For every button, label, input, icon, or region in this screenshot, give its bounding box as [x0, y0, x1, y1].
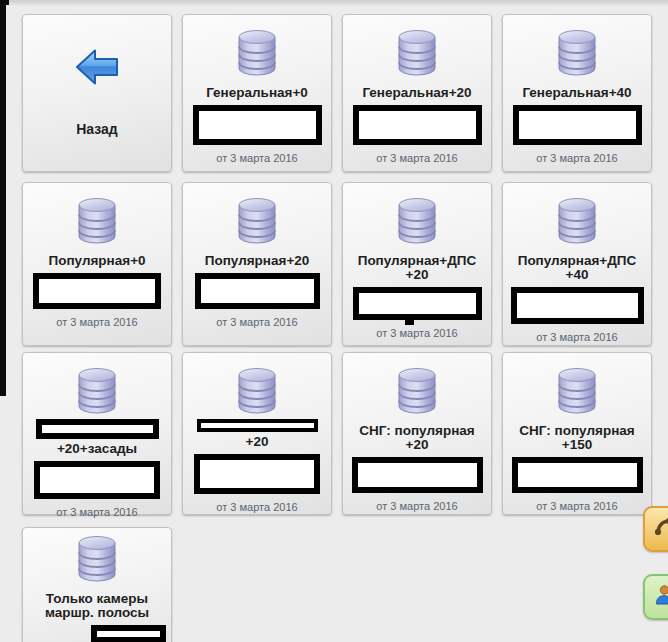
tile-title: +20+засады — [57, 442, 137, 456]
tile-title: Популярная+20 — [205, 254, 310, 268]
redacted-label — [197, 419, 318, 432]
database-icon — [557, 367, 597, 414]
phone-callback-button[interactable] — [643, 506, 668, 552]
database-tile[interactable]: Генеральная+40 от 3 марта 2016 — [502, 14, 652, 172]
tile-date: от 3 марта 2016 — [216, 152, 297, 164]
tile-date: от 3 марта 2016 — [376, 152, 457, 164]
tile-date: от 3 марта 2016 — [56, 316, 137, 328]
person-icon — [652, 583, 668, 611]
tile-row: Популярная+0 от 3 марта 2016 — [22, 182, 658, 346]
redaction-corner — [0, 0, 9, 5]
app-window: Назад — [0, 0, 668, 642]
redacted-detail — [511, 287, 644, 324]
database-icon — [397, 367, 437, 414]
redacted-detail — [353, 287, 482, 320]
tile-title: Генеральная+20 — [362, 86, 471, 100]
database-tile[interactable]: Генеральная+0 от 3 марта 2016 — [182, 14, 332, 172]
redacted-detail — [91, 625, 166, 642]
tile-title: +20 — [246, 435, 269, 449]
database-icon — [77, 535, 117, 582]
tile-date: от 3 марта 2016 — [536, 331, 617, 343]
database-icon — [237, 29, 277, 76]
back-tile[interactable]: Назад — [22, 14, 172, 172]
redacted-label — [36, 419, 159, 439]
redacted-detail — [194, 454, 320, 494]
redacted-detail — [512, 457, 643, 493]
tile-row: Назад — [22, 14, 658, 172]
tile-title: Генеральная+40 — [522, 86, 631, 100]
chat-contact-button[interactable] — [643, 574, 668, 620]
redaction-strip-left — [0, 0, 6, 396]
redacted-detail — [34, 461, 160, 499]
database-tile[interactable]: Только камерымаршр. полосы — [22, 527, 172, 642]
database-tile[interactable]: Популярная+ДПС+40 от 3 марта 2016 — [502, 182, 652, 346]
database-tile[interactable]: Генеральная+20 от 3 марта 2016 — [342, 14, 492, 172]
database-icon — [557, 29, 597, 76]
database-icon — [397, 29, 437, 76]
database-tile[interactable]: Популярная+0 от 3 марта 2016 — [22, 182, 172, 346]
tile-grid: Назад — [22, 14, 658, 642]
tile-row: +20+засады от 3 марта 2016 — [22, 352, 658, 515]
tile-title: СНГ: популярная+150 — [519, 424, 634, 452]
tile-title: Популярная+ДПС+20 — [358, 254, 477, 282]
redacted-detail — [195, 273, 320, 309]
tile-title: СНГ: популярная+20 — [359, 424, 474, 452]
top-strip — [0, 0, 668, 6]
back-arrow-icon — [74, 47, 120, 87]
tile-date: от 3 марта 2016 — [536, 152, 617, 164]
redacted-detail — [352, 457, 483, 493]
redacted-detail — [193, 105, 322, 145]
tile-title: Генеральная+0 — [206, 86, 308, 100]
redacted-detail — [353, 105, 482, 145]
database-tile[interactable]: +20 от 3 марта 2016 — [182, 352, 332, 515]
tile-date: от 3 марта 2016 — [536, 500, 617, 512]
phone-icon — [652, 515, 668, 543]
database-tile[interactable]: Популярная+20 от 3 марта 2016 — [182, 182, 332, 346]
tile-title: Популярная+ДПС+40 — [518, 254, 637, 282]
tile-date: от 3 марта 2016 — [56, 506, 137, 518]
redacted-detail — [33, 273, 161, 309]
tile-date: от 3 марта 2016 — [376, 327, 457, 339]
database-icon — [237, 197, 277, 244]
database-tile[interactable]: СНГ: популярная+20 от 3 марта 2016 — [342, 352, 492, 515]
tile-title: Только камерымаршр. полосы — [45, 592, 149, 620]
redacted-detail — [513, 105, 642, 145]
database-icon — [77, 367, 117, 414]
database-icon — [77, 197, 117, 244]
tile-row: Только камерымаршр. полосы — [22, 527, 658, 642]
tile-date: от 3 марта 2016 — [376, 500, 457, 512]
database-icon — [397, 197, 437, 244]
tile-date: от 3 марта 2016 — [216, 501, 297, 513]
database-tile[interactable]: +20+засады от 3 марта 2016 — [22, 352, 172, 515]
back-label: Назад — [76, 121, 118, 137]
database-tile[interactable]: Популярная+ДПС+20 от 3 марта 2016 — [342, 182, 492, 346]
tile-date: от 3 марта 2016 — [216, 316, 297, 328]
database-tile[interactable]: СНГ: популярная+150 от 3 марта 2016 — [502, 352, 652, 515]
database-icon — [557, 197, 597, 244]
tile-title: Популярная+0 — [48, 254, 145, 268]
database-icon — [237, 367, 277, 414]
